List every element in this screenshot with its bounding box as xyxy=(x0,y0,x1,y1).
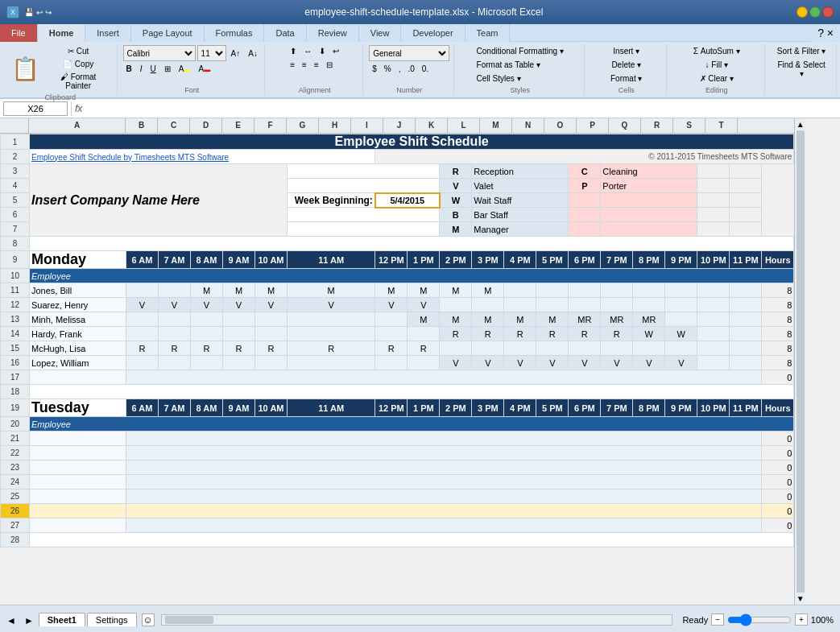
tue-col-7am: 7 AM xyxy=(159,399,191,417)
clear-button[interactable]: ✗ Clear ▾ xyxy=(697,72,737,85)
col-header-m: M xyxy=(480,118,512,133)
cut-button[interactable]: ✂ Cut xyxy=(44,45,112,57)
cell-link[interactable]: Employee Shift Schedule by Timesheets MT… xyxy=(30,150,375,164)
bold-button[interactable]: B xyxy=(123,63,135,75)
fill-color-button[interactable]: A▬ xyxy=(176,63,194,75)
tab-insert[interactable]: Insert xyxy=(85,24,131,42)
delete-button[interactable]: Delete ▾ xyxy=(608,59,644,71)
vertical-scrollbar[interactable]: ▲ ▼ xyxy=(794,118,805,605)
align-middle-button[interactable]: ↔ xyxy=(300,45,315,57)
row-num-2: 2 xyxy=(1,150,30,164)
font-color-button[interactable]: A▬ xyxy=(196,63,214,75)
merge-center-button[interactable]: ⊟ xyxy=(323,59,336,71)
tue-col-6am: 6 AM xyxy=(126,399,159,417)
h-scroll-thumb[interactable] xyxy=(165,616,213,624)
legend-valet: Valet xyxy=(472,179,569,193)
scroll-thumb[interactable] xyxy=(797,130,805,593)
currency-button[interactable]: $ xyxy=(369,63,380,75)
close-button[interactable] xyxy=(822,6,834,18)
increase-font-button[interactable]: A↑ xyxy=(228,48,244,60)
week-beginning-date[interactable]: 5/4/2015 xyxy=(375,193,440,208)
border-button[interactable]: ⊞ xyxy=(161,63,174,75)
align-top-button[interactable]: ⬆ xyxy=(287,45,300,57)
formula-input[interactable] xyxy=(85,104,837,114)
insert-button[interactable]: Insert ▾ xyxy=(610,45,643,57)
sheet-link-text[interactable]: Employee Shift Schedule by Timesheets MT… xyxy=(31,153,229,162)
format-button[interactable]: Format ▾ xyxy=(607,72,645,85)
tab-review[interactable]: Review xyxy=(307,24,359,42)
comma-button[interactable]: , xyxy=(395,63,404,75)
decrease-font-button[interactable]: A↓ xyxy=(245,48,261,60)
decrease-decimal-button[interactable]: 0. xyxy=(419,63,432,75)
cell-reference-input[interactable] xyxy=(3,101,68,116)
tab-data[interactable]: Data xyxy=(264,24,306,42)
shift-minh-3pm: M xyxy=(472,312,504,327)
align-right-button[interactable]: ≡ xyxy=(311,59,322,71)
window-controls[interactable] xyxy=(797,6,834,18)
increase-decimal-button[interactable]: .0 xyxy=(405,63,418,75)
tab-formulas[interactable]: Formulas xyxy=(205,24,265,42)
find-select-button[interactable]: Find & Select ▾ xyxy=(772,59,831,80)
row-num-3: 3 xyxy=(1,164,30,179)
sheet-tab-settings[interactable]: Settings xyxy=(87,613,137,626)
fill-button[interactable]: ↓ Fill ▾ xyxy=(702,59,731,71)
minimize-button[interactable] xyxy=(797,6,808,18)
col-8pm: 8 PM xyxy=(633,251,665,269)
grid-area[interactable]: 1 Employee Shift Schedule 2 Employee Shi… xyxy=(0,134,794,605)
tab-view[interactable]: View xyxy=(359,24,402,42)
copy-button[interactable]: 📄 Copy xyxy=(44,58,112,70)
format-as-table-button[interactable]: Format as Table ▾ xyxy=(474,59,544,71)
maximize-button[interactable] xyxy=(809,6,821,18)
tab-file[interactable]: File xyxy=(0,24,38,42)
number-format-select[interactable]: General xyxy=(369,45,449,61)
zoom-slider[interactable] xyxy=(727,613,792,626)
align-bottom-button[interactable]: ⬇ xyxy=(316,45,329,57)
wrap-text-button[interactable]: ↩ xyxy=(329,45,342,57)
autosum-button[interactable]: Σ AutoSum ▾ xyxy=(690,45,743,57)
window-title: employee-shift-schedule-template.xlsx - … xyxy=(304,6,543,18)
tab-developer[interactable]: Developer xyxy=(401,24,465,42)
formula-divider xyxy=(71,101,72,116)
zoom-out-button[interactable]: − xyxy=(711,613,724,626)
styles-label: Styles xyxy=(510,86,530,94)
font-size-select[interactable]: 11 xyxy=(197,45,226,61)
align-center-button[interactable]: ≡ xyxy=(299,59,310,71)
ribbon-help[interactable]: ? × xyxy=(811,24,840,42)
tab-team[interactable]: Team xyxy=(466,24,511,42)
row-num-10: 10 xyxy=(1,269,30,283)
shift-lopez-4pm: V xyxy=(504,356,536,370)
conditional-formatting-button[interactable]: Conditional Formatting ▾ xyxy=(474,45,567,57)
paste-button[interactable]: 📋 xyxy=(8,56,43,82)
horizontal-scrollbar[interactable] xyxy=(161,614,673,626)
tab-page-layout[interactable]: Page Layout xyxy=(131,24,205,42)
sort-filter-button[interactable]: Sort & Filter ▾ xyxy=(774,45,830,57)
table-row: 15 McHugh, Lisa R R R R R R R R xyxy=(1,341,794,356)
scroll-down-button[interactable]: ▼ xyxy=(797,594,805,603)
underline-button[interactable]: U xyxy=(147,63,159,75)
shift-lopez-3pm: V xyxy=(472,356,504,370)
col-header-d: D xyxy=(190,118,222,133)
insert-sheet-button[interactable]: ☺ xyxy=(142,613,155,626)
font-name-select[interactable]: Calibri xyxy=(123,45,196,61)
align-left-button[interactable]: ≡ xyxy=(287,59,298,71)
sheet-nav-prev[interactable]: ◄ xyxy=(3,615,19,626)
col-header-g: G xyxy=(287,118,319,133)
format-painter-button[interactable]: 🖌 Format Painter xyxy=(44,71,112,92)
cell-styles-button[interactable]: Cell Styles ▾ xyxy=(474,72,524,85)
table-row: 22 0 xyxy=(1,446,794,461)
sheet-nav-next[interactable]: ► xyxy=(21,615,37,626)
shift-minh-6pm: MR xyxy=(569,312,601,327)
clipboard-buttons: 📋 ✂ Cut 📄 Copy 🖌 Format Painter xyxy=(8,45,112,92)
col-header-n: N xyxy=(512,118,544,133)
sheet-tab-sheet1[interactable]: Sheet1 xyxy=(39,613,85,626)
shift-suarez-11am: V xyxy=(288,298,375,312)
col-1pm: 1 PM xyxy=(408,251,440,269)
scroll-up-button[interactable]: ▲ xyxy=(797,120,805,129)
row-num-9: 9 xyxy=(1,251,30,269)
percent-button[interactable]: % xyxy=(381,63,395,75)
row-num-27: 27 xyxy=(1,518,30,533)
italic-button[interactable]: I xyxy=(137,63,146,75)
shift-suarez-10am: V xyxy=(255,298,288,312)
tab-home[interactable]: Home xyxy=(38,24,86,42)
zoom-in-button[interactable]: + xyxy=(795,613,808,626)
